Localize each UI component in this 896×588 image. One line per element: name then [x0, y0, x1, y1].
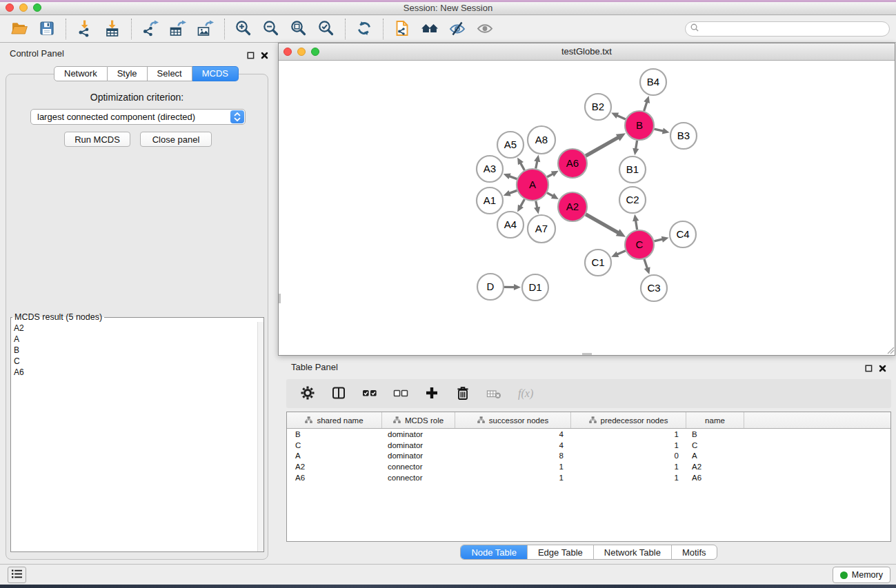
select-all-button[interactable] — [360, 385, 379, 403]
import-table-button[interactable] — [101, 19, 123, 40]
split-columns-icon — [331, 385, 346, 403]
network-window-titlebar[interactable]: testGlobe.txt — [279, 43, 895, 61]
copy-network-button[interactable] — [391, 19, 413, 40]
tab-mcds[interactable]: MCDS — [192, 66, 239, 81]
graph-node-A3[interactable]: A3 — [477, 156, 503, 182]
mcds-result-item[interactable]: C — [14, 356, 263, 367]
graph-node-B2[interactable]: B2 — [585, 94, 611, 120]
open-session-button[interactable] — [8, 19, 30, 40]
svg-text:B3: B3 — [677, 130, 690, 141]
tab-network-table[interactable]: Network Table — [593, 545, 671, 559]
run-mcds-button[interactable]: Run MCDS — [64, 132, 130, 147]
svg-text:D1: D1 — [528, 281, 541, 293]
graph-node-C[interactable]: C — [625, 230, 654, 259]
graph-node-A7[interactable]: A7 — [528, 215, 555, 243]
tab-style[interactable]: Style — [108, 66, 148, 81]
zoom-selected-button[interactable] — [315, 19, 337, 40]
table-row[interactable]: A2connector11A2 — [287, 461, 890, 472]
column-header-MCDS-role[interactable]: MCDS role — [382, 412, 455, 428]
graph-node-B1[interactable]: B1 — [619, 156, 646, 183]
graph-node-A1[interactable]: A1 — [477, 187, 503, 214]
deselect-all-button[interactable] — [391, 385, 410, 403]
settings-button[interactable] — [298, 385, 317, 403]
svg-text:A6: A6 — [566, 157, 579, 169]
svg-text:B4: B4 — [647, 76, 659, 88]
table-panel-float-icon[interactable] — [865, 363, 873, 375]
graph-node-C1[interactable]: C1 — [585, 250, 611, 276]
graph-node-A5[interactable]: A5 — [497, 132, 524, 158]
mcds-result-item[interactable]: A6 — [14, 367, 263, 378]
network-vscroll-stub[interactable] — [279, 294, 281, 303]
delete-row-button[interactable] — [453, 385, 472, 403]
chevron-up-down-icon — [230, 110, 244, 123]
network-close-button[interactable] — [283, 48, 292, 56]
tab-network[interactable]: Network — [54, 66, 108, 81]
network-zoom-button[interactable] — [311, 48, 319, 56]
mcds-result-item[interactable]: A — [14, 334, 263, 345]
table-cell: A6 — [686, 474, 744, 482]
column-header-successor-nodes[interactable]: successor nodes — [455, 412, 571, 428]
panel-toggle-button[interactable] — [8, 567, 26, 583]
column-header-label: name — [705, 416, 725, 425]
optimization-dropdown[interactable]: largest connected component (directed) — [30, 109, 246, 125]
export-image-button[interactable] — [195, 19, 217, 40]
save-session-button[interactable] — [36, 19, 58, 40]
graph-node-B3[interactable]: B3 — [670, 123, 697, 149]
control-panel-float-icon[interactable] — [247, 50, 255, 62]
minimize-window-button[interactable] — [19, 3, 28, 12]
search-box[interactable] — [685, 21, 890, 37]
graph-node-A2[interactable]: A2 — [558, 192, 587, 221]
add-row-button[interactable] — [422, 385, 441, 403]
graph-node-C4[interactable]: C4 — [670, 221, 696, 247]
refresh-button[interactable] — [353, 19, 375, 40]
graph-node-A8[interactable]: A8 — [528, 126, 555, 154]
table-cell: A2 — [287, 463, 382, 471]
export-network-button[interactable] — [139, 19, 161, 40]
import-network-icon — [76, 19, 94, 39]
graph-node-B4[interactable]: B4 — [640, 69, 666, 95]
hide-toggle-button[interactable] — [446, 19, 468, 40]
graph-node-D[interactable]: D — [477, 274, 504, 300]
memory-button[interactable]: Memory — [833, 567, 890, 583]
column-header-name[interactable]: name — [686, 412, 744, 428]
mcds-result-title: MCDS result (5 nodes) — [12, 312, 104, 322]
search-input[interactable] — [700, 23, 889, 35]
tab-node-table[interactable]: Node Table — [461, 545, 527, 559]
tab-edge-table[interactable]: Edge Table — [527, 545, 593, 559]
zoom-in-button[interactable] — [232, 19, 255, 40]
network-hscroll-stub[interactable] — [582, 353, 592, 355]
zoom-out-button[interactable] — [260, 19, 282, 40]
zoom-window-button[interactable] — [33, 3, 41, 12]
table-panel-close-icon[interactable] — [879, 363, 886, 375]
column-header-shared-name[interactable]: shared name — [287, 412, 382, 428]
table-row[interactable]: Adominator80A — [287, 450, 890, 461]
split-columns-button[interactable] — [329, 385, 348, 403]
import-network-button[interactable] — [74, 19, 96, 40]
close-window-button[interactable] — [6, 3, 14, 12]
table-row[interactable]: Bdominator41B — [287, 429, 890, 440]
graph-node-C3[interactable]: C3 — [641, 275, 667, 301]
tab-select[interactable]: Select — [148, 66, 192, 81]
close-panel-button[interactable]: Close panel — [140, 132, 212, 147]
mcds-result-item[interactable]: A2 — [14, 323, 263, 334]
graph-node-A[interactable]: A — [517, 169, 548, 201]
graph-node-D1[interactable]: D1 — [522, 274, 548, 301]
show-toggle-button[interactable] — [474, 19, 496, 40]
mcds-result-item[interactable]: B — [14, 345, 263, 356]
column-header-predecessor-nodes[interactable]: predecessor nodes — [571, 412, 686, 428]
graph-node-A4[interactable]: A4 — [497, 212, 524, 238]
table-row[interactable]: Cdominator41C — [287, 440, 890, 451]
zoom-fit-button[interactable] — [288, 19, 310, 40]
graph-node-B[interactable]: B — [625, 111, 654, 140]
home-view-button[interactable] — [419, 19, 441, 40]
tab-motifs[interactable]: Motifs — [671, 545, 717, 559]
graph-node-C2[interactable]: C2 — [619, 187, 646, 213]
open-session-icon — [10, 19, 28, 39]
table-row[interactable]: A6connector11A6 — [287, 472, 890, 483]
graph-node-A6[interactable]: A6 — [558, 149, 587, 178]
mcds-result-scrollbar[interactable] — [257, 322, 263, 551]
network-canvas[interactable]: B4B2BB3A5A8A6B1A3AA1A2C2A4A7C4CC1C3DD1 — [279, 61, 895, 355]
network-minimize-button[interactable] — [297, 48, 306, 56]
export-table-button[interactable] — [167, 19, 189, 40]
control-panel-close-icon[interactable] — [261, 50, 268, 62]
